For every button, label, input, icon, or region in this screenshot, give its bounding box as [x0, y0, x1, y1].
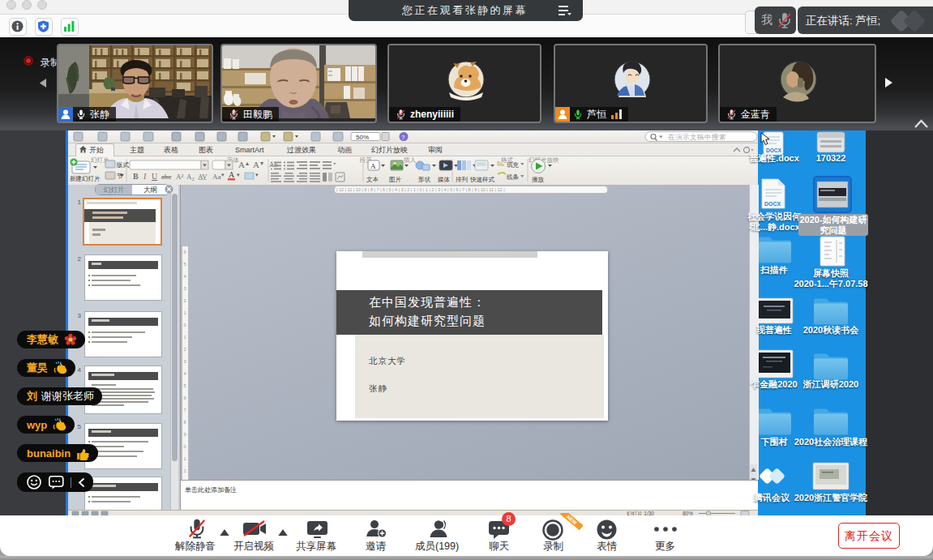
svg-text:版式: 版式 [116, 161, 130, 169]
svg-text:A: A [370, 162, 376, 170]
svg-text:▾: ▾ [260, 160, 263, 167]
svg-text:在演示文稿中搜索: 在演示文稿中搜索 [668, 133, 726, 141]
svg-text:▾: ▾ [255, 172, 259, 177]
svg-text:DOCX: DOCX [766, 147, 781, 153]
svg-text:形状: 形状 [418, 176, 431, 183]
svg-text:A: A [229, 170, 235, 179]
svg-text:?: ? [401, 134, 405, 141]
svg-text:A: A [253, 160, 259, 169]
svg-text:▾: ▾ [237, 172, 240, 177]
svg-text:填充: 填充 [506, 161, 520, 169]
svg-text:快速样式: 快速样式 [469, 176, 495, 183]
svg-text:A₂: A₂ [186, 173, 195, 181]
svg-text:U: U [152, 172, 158, 181]
svg-text:▾: ▾ [221, 172, 225, 178]
svg-text:B: B [133, 172, 139, 181]
svg-text:媒体: 媒体 [438, 176, 451, 183]
svg-text:节: 节 [117, 173, 123, 180]
svg-text:A: A [238, 160, 245, 169]
svg-text:I: I [143, 172, 147, 181]
svg-text:abc: abc [161, 173, 172, 181]
svg-text:50%: 50% [356, 134, 369, 141]
svg-text:文本: 文本 [366, 176, 379, 183]
svg-text:A²: A² [176, 173, 183, 181]
svg-text:线条: 线条 [507, 173, 519, 181]
svg-text:新建幻灯片: 新建幻灯片 [70, 175, 101, 182]
svg-text:DOCX: DOCX [764, 201, 781, 207]
svg-text:Aa: Aa [212, 173, 221, 181]
svg-text:图片: 图片 [389, 176, 402, 183]
svg-text:▴: ▴ [246, 160, 249, 167]
svg-text:播放: 播放 [532, 176, 545, 183]
svg-text:排列: 排列 [456, 176, 469, 183]
svg-text:A̲V̲: A̲V̲ [198, 173, 208, 181]
